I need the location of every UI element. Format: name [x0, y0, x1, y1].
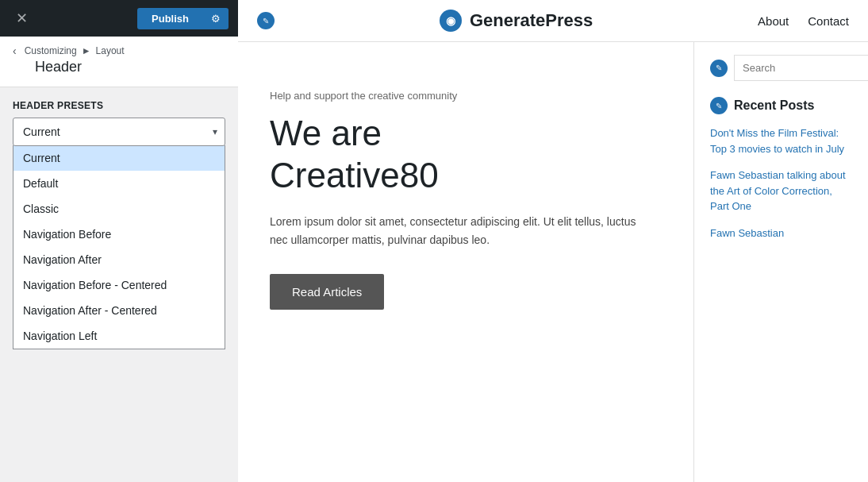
site-logo: ◉ GeneratePress [440, 10, 593, 32]
dropdown-item-classic[interactable]: Classic [13, 196, 225, 222]
publish-button[interactable]: Publish [137, 8, 203, 29]
header-edit-pencil-icon[interactable]: ✎ [257, 12, 275, 29]
site-header: ✎ ◉ GeneratePress About Contact [238, 0, 868, 42]
preview-panel: ✎ ◉ GeneratePress About Contact Help and… [238, 0, 868, 482]
breadcrumb-current: Layout [96, 45, 125, 56]
dropdown-item-current[interactable]: Current [13, 145, 225, 171]
publish-area: Publish ⚙ [137, 8, 229, 29]
breadcrumb: ‹ Customizing ► Layout [13, 44, 225, 57]
recent-posts-header: ✎ Recent Posts [710, 97, 852, 114]
panel-title: Header [35, 59, 225, 75]
sidebar: ✎ 🔍 ✎ Recent Posts Don't Miss the Film F… [693, 42, 868, 482]
logo-icon: ◉ [440, 10, 462, 32]
dropdown-item-nav-after-centered[interactable]: Navigation After - Centered [13, 298, 225, 323]
select-wrapper: Current Default Classic Navigation Befor… [13, 118, 225, 146]
search-input[interactable] [734, 55, 868, 81]
breadcrumb-separator: ► [82, 45, 91, 56]
search-edit-pencil-icon[interactable]: ✎ [710, 60, 728, 77]
logo-text: GeneratePress [470, 10, 593, 31]
breadcrumb-parent: Customizing [25, 45, 77, 56]
header-preset-select[interactable]: Current Default Classic Navigation Befor… [13, 118, 225, 146]
customizer-panel: ✕ Publish ⚙ ‹ Customizing ► Layout Heade… [0, 0, 238, 482]
search-box: 🔍 [734, 55, 868, 81]
nav-link-contact[interactable]: Contact [808, 14, 849, 28]
site-nav: About Contact [758, 14, 849, 28]
read-articles-button[interactable]: Read Articles [270, 274, 384, 310]
close-button[interactable]: ✕ [10, 8, 34, 29]
dropdown-item-nav-before[interactable]: Navigation Before [13, 222, 225, 247]
nav-link-about[interactable]: About [758, 14, 789, 28]
back-button[interactable]: ‹ [13, 44, 17, 57]
main-content: Help and support the creative community … [238, 42, 868, 482]
sidebar-search-row: ✎ 🔍 [710, 55, 852, 81]
hero-title: We are Creative80 [270, 113, 662, 197]
recent-posts-section: ✎ Recent Posts Don't Miss the Film Festi… [710, 97, 852, 241]
dropdown-item-nav-after[interactable]: Navigation After [13, 247, 225, 272]
dropdown-item-nav-before-centered[interactable]: Navigation Before - Centered [13, 272, 225, 298]
top-bar: ✕ Publish ⚙ [0, 0, 238, 37]
post-link-0[interactable]: Don't Miss the Film Festival: Top 3 movi… [710, 125, 852, 156]
dropdown-item-default[interactable]: Default [13, 171, 225, 196]
dropdown-item-nav-left[interactable]: Navigation Left [13, 323, 225, 349]
recent-posts-edit-pencil-icon[interactable]: ✎ [710, 97, 728, 114]
hero-body: Lorem ipsum dolor sit amet, consectetur … [270, 213, 651, 251]
dropdown-list: Current Default Classic Navigation Befor… [13, 145, 225, 349]
hero-subtitle: Help and support the creative community [270, 90, 662, 102]
post-link-2[interactable]: Fawn Sebastian [710, 226, 852, 241]
publish-settings-button[interactable]: ⚙ [203, 8, 229, 29]
panel-header: ‹ Customizing ► Layout Header [0, 37, 238, 87]
section-label: Header Presets [13, 100, 225, 111]
panel-content: Header Presets Current Default Classic N… [0, 87, 238, 482]
post-link-1[interactable]: Fawn Sebastian talking about the Art of … [710, 168, 852, 214]
content-area: Help and support the creative community … [238, 42, 693, 482]
recent-posts-title: Recent Posts [734, 98, 814, 113]
